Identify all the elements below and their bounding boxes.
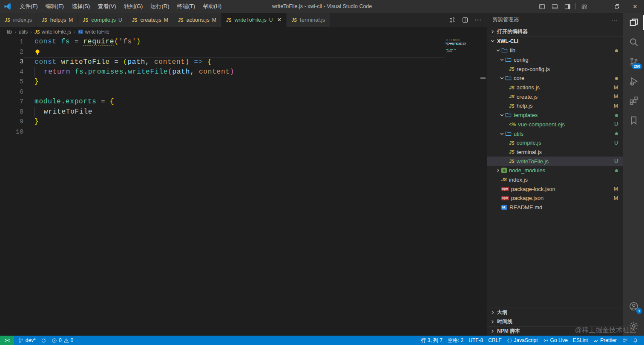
menu-item[interactable]: 文件(F): [16, 0, 42, 13]
status-feedback-icon[interactable]: [619, 336, 630, 345]
editor-tab[interactable]: JShelp.jsM: [37, 13, 78, 27]
menu-item[interactable]: 编辑(E): [42, 0, 68, 13]
status-error-icon[interactable]: 00: [49, 336, 76, 345]
tree-row-writeToFilejs[interactable]: JSwriteToFile.jsU: [487, 157, 623, 166]
npm-file-icon: npm: [501, 187, 509, 191]
status-eslint[interactable]: ESLint: [570, 336, 590, 345]
project-root-row[interactable]: XWL-CLI: [487, 36, 623, 46]
minimap-line: [445, 49, 466, 50]
editor-tab[interactable]: JScompile.jsU: [78, 13, 127, 27]
customize-layout-icon[interactable]: [578, 0, 590, 13]
code-token: =: [110, 58, 123, 66]
code-line[interactable]: 9}: [0, 117, 487, 127]
breadcrumb-symbol[interactable]: writeToFile: [78, 29, 109, 35]
status-golive[interactable]: Go Live: [540, 336, 570, 345]
status-bell-icon[interactable]: [630, 336, 641, 345]
tree-row-utils[interactable]: utils: [487, 129, 623, 138]
code-line[interactable]: 5}: [0, 77, 487, 87]
tree-row-packagejson[interactable]: npmpackage.jsonM: [487, 194, 623, 203]
code-line[interactable]: 7module.exports = {: [0, 97, 487, 107]
source-control-icon[interactable]: 250: [623, 52, 644, 71]
javascript-file-icon: JS: [509, 159, 515, 164]
close-button[interactable]: ✕: [626, 0, 644, 13]
extensions-icon[interactable]: [623, 91, 644, 111]
status-crlf[interactable]: CRLF: [486, 336, 504, 345]
tree-row-indexjs[interactable]: JSindex.js: [487, 175, 623, 185]
breadcrumb-folder[interactable]: lib: [7, 29, 12, 35]
status-branch-icon[interactable]: dev*: [16, 336, 38, 345]
close-tab-icon[interactable]: ✕: [277, 17, 282, 23]
git-status-badge: M: [614, 195, 618, 201]
menu-item[interactable]: 查看(V): [94, 0, 120, 13]
code-editor[interactable]: 1const fs = require('fs')23const writeTo…: [0, 37, 487, 336]
run-debug-icon[interactable]: [623, 71, 644, 91]
minimap-segment: [447, 44, 449, 45]
editor-tab[interactable]: JSactions.jsM: [173, 13, 221, 27]
tree-row-package-lockjson[interactable]: npmpackage-lock.jsonM: [487, 184, 623, 194]
code-line[interactable]: 2: [0, 47, 487, 57]
tree-row-node_modules[interactable]: node_modules: [487, 166, 623, 175]
editor-tab[interactable]: JSterminal.js: [287, 13, 330, 27]
tree-row-config[interactable]: config: [487, 55, 623, 65]
search-icon[interactable]: [623, 32, 644, 52]
status-prettier[interactable]: Prettier: [590, 336, 619, 345]
layout-sidebar-right-icon[interactable]: [561, 0, 574, 13]
open-editors-section[interactable]: 打开的编辑器: [487, 27, 623, 36]
code-line[interactable]: 10: [0, 127, 487, 137]
lightbulb-icon[interactable]: [34, 49, 41, 55]
breadcrumb-file[interactable]: JSwriteToFile.js: [34, 29, 71, 35]
section-时间线[interactable]: 时间线: [487, 317, 623, 326]
status-utf8[interactable]: UTF-8: [466, 336, 486, 345]
split-editor-icon[interactable]: [460, 14, 471, 26]
status-javascript[interactable]: JavaScript: [504, 336, 540, 345]
status-37[interactable]: 行 3, 列 7: [418, 336, 445, 345]
code-line[interactable]: 1const fs = require('fs'): [0, 37, 487, 47]
layout-sidebar-left-icon[interactable]: [535, 0, 548, 13]
activity-bar: 2501: [623, 13, 644, 336]
minimize-button[interactable]: —: [590, 0, 608, 13]
git-changes-dot: [615, 75, 618, 81]
tree-row-actionsjs[interactable]: JSactions.jsM: [487, 83, 623, 92]
tree-row-terminaljs[interactable]: JSterminal.js: [487, 148, 623, 157]
tree-item-label: package-lock.json: [511, 186, 555, 192]
menu-item[interactable]: 选择(S): [68, 0, 94, 13]
minimap[interactable]: [445, 37, 466, 336]
tree-row-createjs[interactable]: JScreate.jsM: [487, 92, 623, 101]
section-NPM 脚本[interactable]: NPM 脚本: [487, 326, 623, 336]
tab-label: actions.js: [186, 17, 209, 23]
minimap-segment: [457, 43, 458, 44]
menu-item[interactable]: 运行(R): [147, 0, 173, 13]
tree-row-READMEmd[interactable]: M↓README.md: [487, 203, 623, 212]
menu-item[interactable]: 转到(G): [120, 0, 147, 13]
status-sync-icon[interactable]: [38, 336, 49, 345]
tree-row-helpjs[interactable]: JShelp.jsM: [487, 101, 623, 111]
breadcrumb-folder[interactable]: utils: [19, 29, 28, 35]
editor-tab[interactable]: JSwriteToFile.jsU✕: [221, 13, 287, 27]
tree-row-repo-configjs[interactable]: JSrepo-config.js: [487, 64, 623, 74]
explorer-more-actions-icon[interactable]: ···: [612, 17, 618, 23]
more-actions-icon[interactable]: ···: [472, 14, 483, 26]
tree-row-core[interactable]: core: [487, 74, 623, 83]
editor-tab[interactable]: JSindex.js: [0, 13, 37, 27]
code-line[interactable]: 8 writeToFile: [0, 107, 487, 117]
code-line[interactable]: 3const writeToFile = (path, content) => …: [0, 57, 487, 67]
tree-row-templates[interactable]: templates: [487, 111, 623, 120]
open-changes-icon[interactable]: [447, 14, 458, 26]
account-icon[interactable]: 1: [623, 297, 644, 316]
section-大纲[interactable]: 大纲: [487, 308, 623, 317]
status-2[interactable]: 空格: 2: [445, 336, 466, 345]
tree-row-lib[interactable]: lib: [487, 46, 623, 55]
tree-row-compilejs[interactable]: JScompile.jsU: [487, 138, 623, 148]
settings-gear-icon[interactable]: [623, 316, 644, 336]
restore-button[interactable]: [608, 0, 626, 13]
menu-item[interactable]: 帮助(H): [199, 0, 225, 13]
code-line[interactable]: 4 return fs.promises.writeFile(path, con…: [0, 67, 487, 77]
remote-indicator[interactable]: ><: [0, 336, 14, 345]
explorer-icon[interactable]: [623, 13, 644, 32]
layout-panel-icon[interactable]: [548, 0, 561, 13]
bookmarks-icon[interactable]: [623, 111, 644, 130]
menu-item[interactable]: 终端(T): [173, 0, 199, 13]
code-line[interactable]: 6: [0, 87, 487, 97]
tree-row-vue-componentejs[interactable]: <%vue-component.ejsU: [487, 120, 623, 129]
editor-tab[interactable]: JScreate.jsM: [127, 13, 173, 27]
